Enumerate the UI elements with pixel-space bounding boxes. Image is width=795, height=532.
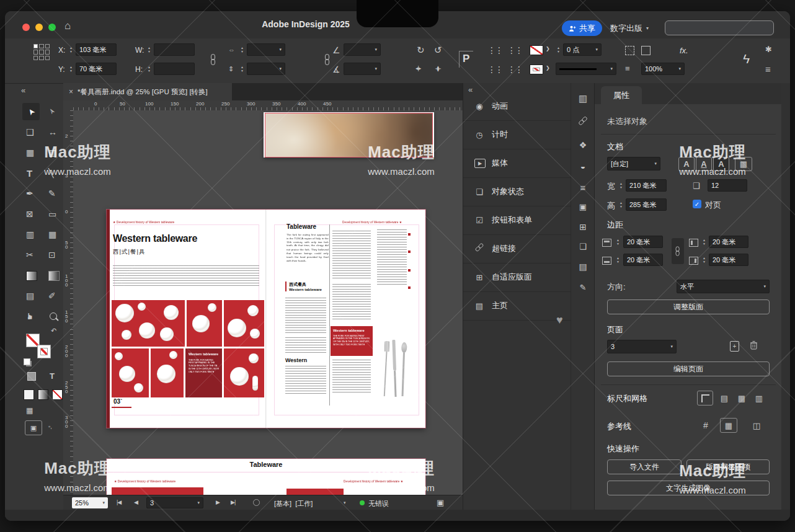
orientation-select[interactable]: 水平: [677, 280, 770, 293]
direct-selection-tool[interactable]: ➢: [47, 106, 57, 116]
ruler-corner[interactable]: [63, 100, 74, 111]
stroke-flyout-arrow-icon[interactable]: ❯: [546, 66, 550, 71]
stroke-proxy-swatch[interactable]: [37, 345, 51, 358]
distribute-columns-icon[interactable]: ⋮⋮: [507, 46, 522, 55]
page-size-preset-select[interactable]: [自定]: [607, 157, 660, 171]
zoom-tool[interactable]: [50, 313, 57, 320]
rotate-ccw-icon[interactable]: ↺: [434, 45, 442, 55]
scale-x-field[interactable]: [247, 43, 285, 56]
writing-direction-horizontal-icon[interactable]: A: [678, 157, 695, 171]
y-stepper[interactable]: [68, 63, 74, 74]
screen-mode-preview-icon[interactable]: ▫,: [48, 424, 52, 430]
panel-button-hyperlinks[interactable]: 超链接: [463, 234, 571, 264]
shear-angle-field[interactable]: [344, 63, 381, 75]
previous-page-button[interactable]: ◀: [134, 500, 138, 505]
document-tab[interactable]: × *餐具画册.indd @ 25% [GPU 预览] [转换]: [63, 83, 232, 100]
paragraph-panel-icon[interactable]: ≡: [571, 182, 595, 193]
line-tool[interactable]: ╲: [48, 169, 53, 177]
align-panel-icon[interactable]: ▥: [571, 93, 595, 104]
zoom-level-select[interactable]: 25% ▾: [72, 497, 108, 508]
formatting-affects-text-icon[interactable]: T: [50, 372, 55, 380]
smart-guides-icon[interactable]: ◫: [749, 419, 764, 432]
content-collector-tool[interactable]: ▦: [26, 148, 34, 157]
scale-y-stepper[interactable]: [239, 63, 245, 74]
note-tool[interactable]: ▤: [26, 291, 34, 300]
share-button[interactable]: 共享: [562, 20, 602, 36]
margin-top-stepper[interactable]: [615, 236, 621, 247]
main-spread[interactable]: ★ Development history of Western tablewa…: [107, 210, 425, 428]
show-guides-icon[interactable]: #: [698, 419, 713, 432]
eyedropper-tool[interactable]: ✐: [48, 291, 56, 300]
margin-outside-field[interactable]: 20 毫米: [709, 254, 748, 266]
default-fill-stroke-icon[interactable]: [24, 358, 30, 365]
panel-button-object-states[interactable]: ❏ 对象状态: [463, 177, 571, 206]
margin-bottom-stepper[interactable]: [615, 254, 621, 265]
constrain-scale-icon[interactable]: [324, 54, 331, 66]
fill-flyout-arrow-icon[interactable]: ❯: [546, 47, 550, 51]
solid-frame-icon[interactable]: [641, 46, 651, 55]
gradient-feather-tool[interactable]: [48, 271, 60, 281]
next-page-button[interactable]: ▶: [216, 500, 220, 505]
reference-point-proxy[interactable]: [33, 44, 50, 60]
preflight-panel-icon[interactable]: ▣: [437, 499, 444, 507]
screen-mode-button[interactable]: ▣: [25, 420, 42, 435]
control-menu-icon[interactable]: ≡: [765, 64, 771, 74]
page-count-field[interactable]: 12: [708, 179, 747, 192]
flip-vertical-icon[interactable]: ◂|▸: [435, 66, 441, 71]
layout-grid-options-button[interactable]: 版面网格选项: [686, 459, 770, 474]
stroke-align-icon[interactable]: ≡: [625, 64, 630, 73]
next-spread[interactable]: Tableware ★ Development history of Weste…: [107, 459, 425, 495]
photo-frame[interactable]: [265, 113, 433, 157]
h-stepper[interactable]: [146, 63, 152, 74]
baseline-grid-icon[interactable]: ▤: [717, 392, 732, 404]
view-zoom-select[interactable]: 100%: [641, 63, 685, 75]
effects-fx-icon[interactable]: fx.: [680, 46, 688, 55]
tab-properties[interactable]: 属性: [601, 86, 642, 104]
align-columns-icon[interactable]: ⋮⋮: [487, 46, 502, 55]
rotation-angle-field[interactable]: [344, 43, 381, 56]
frame-tool[interactable]: ⊠: [26, 210, 33, 218]
lock-guides-icon[interactable]: ▦: [720, 418, 737, 433]
swatches-panel-icon[interactable]: ▣: [571, 202, 595, 211]
previous-spread[interactable]: [264, 112, 434, 157]
stroke-weight-stepper[interactable]: [556, 44, 561, 55]
panel-button-timing[interactable]: ◷ 计时: [463, 120, 571, 149]
y-field[interactable]: 70 毫米: [76, 63, 117, 75]
edit-pages-button[interactable]: 编辑页面: [607, 361, 770, 376]
links-panel-icon[interactable]: [579, 115, 587, 127]
gap-tool[interactable]: ↔: [48, 128, 57, 136]
w-field[interactable]: [154, 43, 195, 56]
margin-outside-stepper[interactable]: [701, 254, 707, 265]
close-tab-icon[interactable]: ×: [69, 87, 73, 96]
apply-color-button[interactable]: [24, 389, 34, 400]
gradient-swatch-tool[interactable]: [26, 271, 37, 281]
text-to-image-button[interactable]: 文字生成图像: [607, 481, 770, 495]
hand-tool[interactable]: ☛: [25, 313, 34, 321]
free-transform-tool[interactable]: ⊡: [48, 250, 56, 259]
layout-grid-icon[interactable]: ▥: [752, 392, 766, 404]
writing-direction-vertical-icon[interactable]: A: [696, 157, 712, 171]
type-tool[interactable]: T: [27, 169, 32, 178]
x-stepper[interactable]: [68, 44, 74, 55]
selection-tool[interactable]: ➤: [22, 103, 40, 120]
apply-none-button[interactable]: [52, 389, 63, 400]
width-stepper[interactable]: [618, 180, 624, 191]
pencil-tool[interactable]: ✎: [48, 189, 56, 198]
show-rulers-icon[interactable]: [697, 391, 713, 406]
traffic-zoom-button[interactable]: [48, 24, 56, 31]
facing-pages-checkbox[interactable]: ✓: [693, 200, 701, 208]
formatting-affects-container-icon[interactable]: [27, 372, 36, 381]
scale-x-stepper[interactable]: [239, 44, 245, 55]
panel-button-buttons-forms[interactable]: ☑ 按钮和表单: [463, 206, 571, 235]
control-settings-icon[interactable]: ✱: [765, 45, 772, 53]
color-panel-icon[interactable]: ◒: [571, 161, 595, 171]
page-number-select[interactable]: 3: [146, 497, 203, 508]
panel-button-animation[interactable]: ◉ 动画: [463, 92, 571, 121]
dashed-frame-icon[interactable]: [625, 46, 634, 55]
canvas[interactable]: ★ Development history of Western tablewa…: [73, 110, 463, 495]
profile-caret-icon[interactable]: ▾: [344, 500, 346, 505]
flip-horizontal-icon[interactable]: ◂|▸: [415, 66, 420, 71]
home-icon[interactable]: ⌂: [64, 20, 71, 31]
search-input[interactable]: [665, 20, 774, 35]
apply-gradient-button[interactable]: [38, 389, 48, 400]
